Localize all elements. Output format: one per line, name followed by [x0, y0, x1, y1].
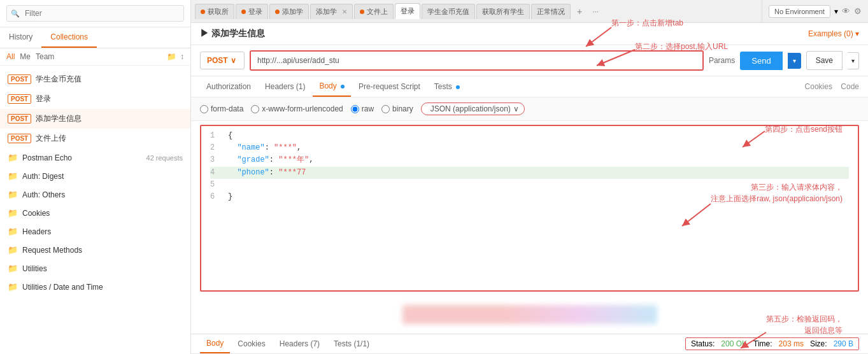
subtab-body-label: Body [319, 81, 336, 90]
req-tab-4[interactable]: 文件上 [354, 4, 394, 19]
send-dropdown-button[interactable]: ▾ [788, 53, 801, 69]
tab-dot-1 [241, 10, 246, 14]
code-link[interactable]: Code [841, 82, 859, 91]
sidebar-item-3[interactable]: POST 文件上传 [0, 129, 190, 148]
bottom-tab-cookies[interactable]: Cookies [231, 335, 271, 353]
code-str-1: "***" [274, 143, 297, 152]
code-content-0: { [228, 130, 232, 142]
req-tab-2[interactable]: 添加学 [269, 4, 309, 19]
filter-all[interactable]: All [6, 52, 15, 61]
req-tab-5[interactable]: 登录 [395, 3, 420, 19]
req-tab-extra-1[interactable]: 获取所有学生 [476, 4, 530, 19]
raw-radio[interactable]: raw [351, 104, 374, 113]
bottom-tabs: Body Cookies Headers (7) Tests (1/1) Sta… [191, 334, 868, 354]
params-label[interactable]: Params [709, 56, 735, 65]
folder-icon-1: 📁 [8, 171, 18, 181]
more-tabs-button[interactable]: ··· [588, 4, 602, 18]
url-input[interactable] [251, 52, 702, 69]
request-title: ▶ 添加学生信息 [200, 28, 265, 39]
cookies-link[interactable]: Cookies [805, 82, 832, 91]
sidebar-item-1[interactable]: POST 登录 [0, 89, 190, 109]
folder-label-4: Headers [22, 227, 51, 236]
code-editor[interactable]: 1 { 2 "name": "***", 3 "grade": "***年", … [200, 125, 859, 292]
code-line-4: 5 [210, 179, 849, 191]
tab-collections[interactable]: Collections [41, 27, 97, 48]
add-tab-button[interactable]: + [572, 4, 587, 19]
bottom-tab-headers[interactable]: Headers (7) [273, 335, 326, 353]
req-tab-label-3: 添加学 [316, 7, 337, 17]
folder-label-7: Utilities / Date and Time [22, 283, 103, 292]
bottom-tab-body[interactable]: Body [200, 334, 230, 353]
folder-postman-echo[interactable]: 📁 Postman Echo 42 requests [0, 148, 190, 167]
form-data-radio-input[interactable] [200, 105, 208, 113]
body-tab-dot [341, 85, 345, 88]
url-bar: POST ∨ Params Send ▾ Save ▾ [191, 45, 868, 76]
url-input-wrap [250, 50, 704, 71]
req-tab-extra-0[interactable]: 学生金币充值 [422, 4, 475, 19]
req-tab-1[interactable]: 登录 [236, 4, 268, 19]
folder-icon-6: 📁 [8, 264, 18, 273]
binary-radio-input[interactable] [381, 105, 390, 113]
save-dropdown-button[interactable]: ▾ [848, 52, 859, 69]
folder-label-3: Cookies [22, 209, 50, 218]
urlencoded-radio-input[interactable] [251, 105, 259, 113]
req-tab-label-5: 登录 [401, 6, 415, 16]
bottom-tab-tests[interactable]: Tests (1/1) [327, 335, 376, 353]
folder-cookies[interactable]: 📁 Cookies [0, 204, 190, 222]
save-button[interactable]: Save [806, 51, 843, 70]
subtab-tests[interactable]: Tests [428, 77, 466, 96]
folder-utilities-date[interactable]: 📁 Utilities / Date and Time [0, 278, 190, 296]
sidebar-item-0[interactable]: POST 学生金币充值 [0, 69, 190, 89]
code-line-5: 6 } [210, 191, 849, 203]
settings-icon[interactable]: ⚙ [854, 6, 862, 16]
subtab-prerequest[interactable]: Pre-request Script [352, 77, 427, 96]
filter-me[interactable]: Me [20, 52, 31, 61]
folder-utilities[interactable]: 📁 Utilities [0, 259, 190, 278]
req-tab-label-extra-1: 获取所有学生 [482, 7, 524, 17]
filter-input[interactable] [6, 5, 184, 22]
subtab-tests-label: Tests [434, 82, 452, 91]
raw-radio-input[interactable] [351, 105, 359, 113]
req-tab-extra-2[interactable]: 正常情况 [531, 4, 571, 19]
item-label-1: 登录 [36, 94, 51, 104]
binary-label: binary [392, 104, 413, 113]
env-dropdown-arrow: ▾ [834, 7, 838, 16]
examples-link[interactable]: Examples (0) ▾ [808, 29, 859, 38]
env-select[interactable]: No Environment [769, 5, 830, 18]
req-tab-label-extra-2: 正常情况 [537, 7, 565, 17]
subtab-body[interactable]: Body [313, 76, 351, 97]
content-area: 获取所 登录 添加学 添加学 ✕ 文件上 登录 学生金币充值 [191, 0, 868, 354]
sidebar-item-2[interactable]: POST 添加学生信息 [0, 109, 190, 129]
binary-radio[interactable]: binary [381, 104, 413, 113]
line-num-2: 3 [210, 154, 220, 166]
tests-tab-dot [456, 85, 460, 89]
req-tab-label-4: 文件上 [367, 7, 388, 17]
tab-history[interactable]: History [0, 27, 41, 48]
code-line-3: 4 "phone": "***77 [210, 167, 849, 179]
req-tab-3[interactable]: 添加学 ✕ [310, 4, 353, 19]
new-collection-icon[interactable]: 📁 [167, 52, 176, 61]
form-data-label: form-data [211, 104, 243, 113]
tab-close-3[interactable]: ✕ [342, 8, 347, 15]
folder-label-6: Utilities [22, 264, 47, 273]
subtab-authorization[interactable]: Authorization [200, 77, 257, 96]
folder-icon-7: 📁 [8, 282, 18, 292]
eye-icon[interactable]: 👁 [842, 6, 850, 16]
sub-tabs: Authorization Headers (1) Body Pre-reque… [191, 76, 868, 97]
send-button[interactable]: Send [740, 52, 782, 70]
method-select[interactable]: POST ∨ [200, 52, 245, 69]
json-type-label: JSON (application/json) [430, 104, 511, 113]
sort-icon[interactable]: ↕ [180, 52, 184, 61]
json-type-select[interactable]: JSON (application/json) ∨ [421, 103, 525, 115]
folder-headers[interactable]: 📁 Headers [0, 222, 190, 241]
filter-team[interactable]: Team [36, 52, 54, 61]
folder-request-methods[interactable]: 📁 Request Methods [0, 241, 190, 259]
req-tab-0[interactable]: 获取所 [195, 4, 234, 19]
urlencoded-radio[interactable]: x-www-form-urlencoded [251, 104, 343, 113]
folder-auth-others[interactable]: 📁 Auth: Others [0, 185, 190, 204]
form-data-radio[interactable]: form-data [200, 104, 243, 113]
folder-auth-digest[interactable]: 📁 Auth: Digest [0, 167, 190, 185]
search-icon: 🔍 [11, 10, 20, 18]
subtab-headers[interactable]: Headers (1) [259, 77, 311, 96]
status-value: 200 OK [721, 339, 747, 348]
